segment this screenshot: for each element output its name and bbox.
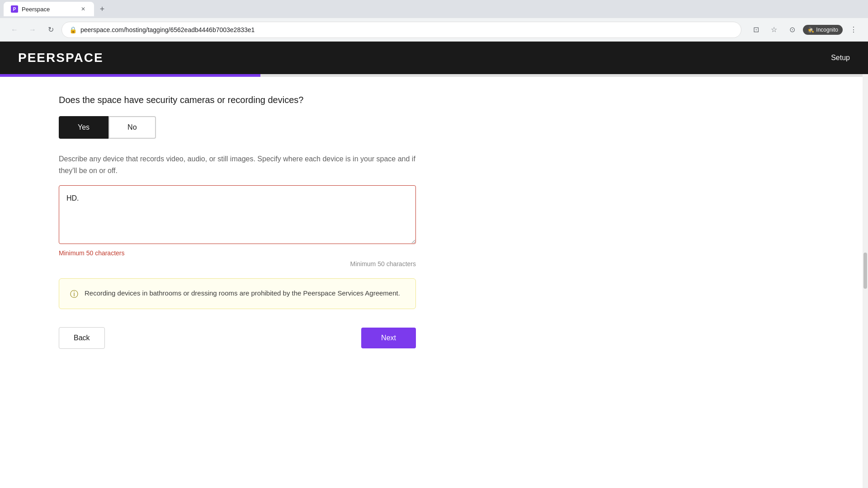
main-content: Does the space have security cameras or … [0,77,452,367]
menu-button[interactable]: ⋮ [846,23,861,37]
browser-tab[interactable]: P Peerspace ✕ [4,2,94,16]
new-tab-button[interactable]: + [96,3,108,15]
bookmark-button[interactable]: ☆ [767,23,781,37]
info-icon: ⓘ [70,289,78,300]
incognito-icon: 🕵 [807,27,814,33]
next-button[interactable]: Next [361,328,416,348]
yes-no-group: Yes No [59,116,434,139]
info-text: Recording devices in bathrooms or dressi… [85,288,400,299]
page-content: PEERSPACE Setup Does the space have secu… [0,42,868,488]
error-message: Minimum 50 characters [59,249,434,257]
scrollbar[interactable] [863,74,868,488]
lock-icon: 🔒 [69,26,77,33]
browser-actions: ⊡ ☆ ⊙ 🕵 Incognito ⋮ [749,23,861,37]
site-header: PEERSPACE Setup [0,42,868,74]
browser-titlebar: P Peerspace ✕ + [0,0,868,18]
incognito-label: Incognito [816,27,838,33]
scrollbar-thumb[interactable] [863,253,867,289]
nav-buttons: Back Next [59,327,416,349]
security-question: Does the space have security cameras or … [59,95,434,105]
tab-close-btn[interactable]: ✕ [80,5,87,13]
tab-title: Peerspace [22,6,50,13]
device-description-textarea[interactable]: HD. [59,185,416,244]
char-count-label: Minimum 50 characters [59,260,416,267]
incognito-badge[interactable]: 🕵 Incognito [803,25,843,35]
setup-link[interactable]: Setup [831,54,850,62]
forward-nav-button[interactable]: → [25,23,40,37]
back-button[interactable]: Back [59,327,105,349]
description-prompt: Describe any device that records video, … [59,153,434,176]
browser-toolbar: ← → ↻ 🔒 peerspace.com/hosting/tagging/65… [0,18,868,42]
yes-button[interactable]: Yes [59,116,108,139]
reload-button[interactable]: ↻ [43,23,58,37]
cast-button[interactable]: ⊡ [749,23,763,37]
profile-button[interactable]: ⊙ [785,23,799,37]
no-button[interactable]: No [108,116,156,139]
info-box: ⓘ Recording devices in bathrooms or dres… [59,278,416,309]
tab-favicon: P [11,5,18,13]
url-text: peerspace.com/hosting/tagging/6562eadb44… [80,26,734,33]
back-nav-button[interactable]: ← [7,23,22,37]
address-bar[interactable]: 🔒 peerspace.com/hosting/tagging/6562eadb… [61,22,741,38]
site-logo: PEERSPACE [18,51,104,65]
